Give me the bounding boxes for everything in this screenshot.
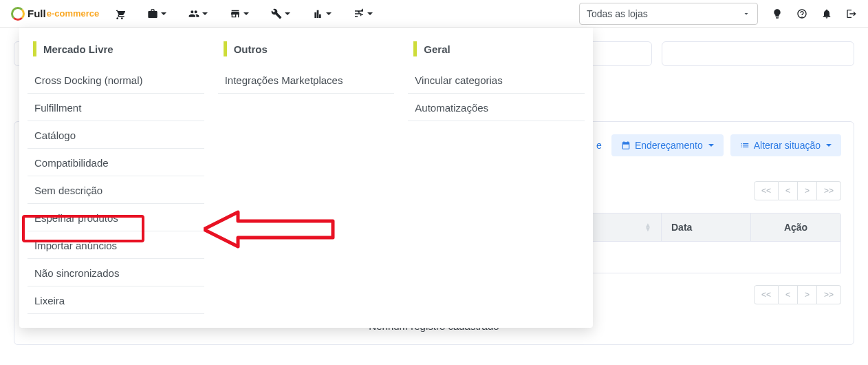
- menu-item-importar-anuncios[interactable]: Importar anúncios: [28, 231, 204, 259]
- menu-header-geral: Geral: [408, 41, 585, 56]
- pager-bottom: << < > >>: [754, 285, 841, 304]
- top-card-right: [662, 41, 854, 66]
- menu-col-geral: Geral Vincular categorias Automatizações: [402, 41, 590, 314]
- th-data-label: Data: [671, 222, 692, 233]
- chevron-down-icon: [161, 12, 166, 15]
- action-button-fragment[interactable]: e: [594, 134, 605, 156]
- menu-item-vincular-categorias[interactable]: Vincular categorias: [408, 66, 585, 94]
- chevron-down-icon: [826, 144, 832, 147]
- enderecamento-button[interactable]: Endereçamento: [611, 134, 724, 156]
- chevron-down-icon: [708, 144, 714, 147]
- pager-last-button[interactable]: >>: [817, 285, 841, 304]
- cart-icon: [114, 8, 125, 19]
- accent-bar-icon: [413, 41, 417, 56]
- bar-chart-icon: [312, 8, 323, 19]
- nav-icons-group: [114, 8, 373, 19]
- nav-tools-dropdown[interactable]: [271, 8, 290, 19]
- menu-item-integracoes-marketplaces[interactable]: Integrações Marketplaces: [218, 66, 395, 94]
- alterar-label: Alterar situação: [754, 140, 821, 151]
- pager-prev-button[interactable]: <: [779, 181, 798, 200]
- lightbulb-icon-button[interactable]: [772, 8, 783, 19]
- logo-text-ecom: e-commerce: [47, 8, 100, 19]
- pager-first-button[interactable]: <<: [754, 181, 779, 200]
- menu-item-cross-docking[interactable]: Cross Docking (normal): [28, 66, 204, 94]
- enderecamento-label: Endereçamento: [635, 140, 703, 151]
- th-acao: Ação: [751, 213, 840, 241]
- menu-item-automatizacoes[interactable]: Automatizações: [408, 94, 585, 121]
- pager-first-button[interactable]: <<: [754, 285, 779, 304]
- sliders-icon: [354, 8, 365, 19]
- tools-icon: [271, 8, 282, 19]
- logo-text-full: Full: [28, 8, 46, 19]
- th-acao-label: Ação: [784, 222, 807, 233]
- briefcase-icon: [147, 8, 158, 19]
- menu-col-mercadolivre: Mercado Livre Cross Docking (normal) Ful…: [22, 41, 210, 314]
- accent-bar-icon: [33, 41, 36, 56]
- nav-store-dropdown[interactable]: [230, 8, 249, 19]
- chevron-down-icon: [285, 12, 290, 15]
- menu-item-catalogo[interactable]: Catálogo: [28, 121, 204, 149]
- menu-header-outros: Outros: [218, 41, 395, 56]
- navbar-right: Todas as lojas: [579, 3, 857, 25]
- menu-item-compatibilidade[interactable]: Compatibilidade: [28, 149, 204, 176]
- nav-cart-dropdown[interactable]: [114, 8, 125, 19]
- accent-bar-icon: [224, 41, 227, 56]
- help-icon-button[interactable]: [796, 8, 807, 19]
- pager-next-button[interactable]: >: [798, 181, 817, 200]
- pager-last-button[interactable]: >>: [817, 181, 841, 200]
- menu-title-mercadolivre: Mercado Livre: [43, 43, 113, 55]
- nav-users-dropdown[interactable]: [188, 8, 208, 19]
- menu-item-lixeira[interactable]: Lixeira: [28, 286, 204, 314]
- menu-title-geral: Geral: [424, 43, 450, 55]
- pager-next-button[interactable]: >: [798, 285, 817, 304]
- alterar-situacao-button[interactable]: Alterar situação: [730, 134, 841, 156]
- nav-settings-dropdown[interactable]: [354, 8, 373, 19]
- pager-prev-button[interactable]: <: [779, 285, 798, 304]
- logo[interactable]: Full e-commerce: [11, 7, 99, 21]
- menu-item-fulfillment[interactable]: Fulfillment: [28, 94, 204, 121]
- th-data[interactable]: Data: [662, 213, 751, 241]
- chevron-down-icon: [326, 12, 332, 15]
- users-icon: [188, 8, 199, 19]
- store-select[interactable]: Todas as lojas: [579, 3, 758, 25]
- menu-header-mercadolivre: Mercado Livre: [28, 41, 204, 56]
- logout-icon-button[interactable]: [846, 8, 857, 19]
- chevron-down-icon: [202, 12, 208, 15]
- chevron-down-icon: [243, 12, 249, 15]
- chevron-down-icon: [367, 12, 373, 15]
- logo-ring-icon: [11, 7, 25, 21]
- menu-item-sem-descricao[interactable]: Sem descrição: [28, 176, 204, 204]
- chevron-down-icon: [742, 10, 750, 18]
- nav-briefcase-dropdown[interactable]: [147, 8, 166, 19]
- menu-col-outros: Outros Integrações Marketplaces: [213, 41, 400, 314]
- calendar-icon: [621, 140, 631, 150]
- menu-title-outros: Outros: [234, 43, 268, 55]
- sort-icon: ▲▼: [644, 223, 651, 231]
- menu-item-nao-sincronizados[interactable]: Não sincronizados: [28, 259, 204, 286]
- store-select-label: Todas as lojas: [587, 8, 648, 19]
- nav-reports-dropdown[interactable]: [312, 8, 332, 19]
- menu-item-espelhar-produtos[interactable]: Espelhar produtos: [28, 204, 204, 231]
- navbar: Full e-commerce: [0, 0, 868, 28]
- bell-icon-button[interactable]: [821, 8, 832, 19]
- store-icon: [230, 8, 241, 19]
- mega-menu: Mercado Livre Cross Docking (normal) Ful…: [19, 28, 593, 328]
- list-icon: [740, 140, 750, 150]
